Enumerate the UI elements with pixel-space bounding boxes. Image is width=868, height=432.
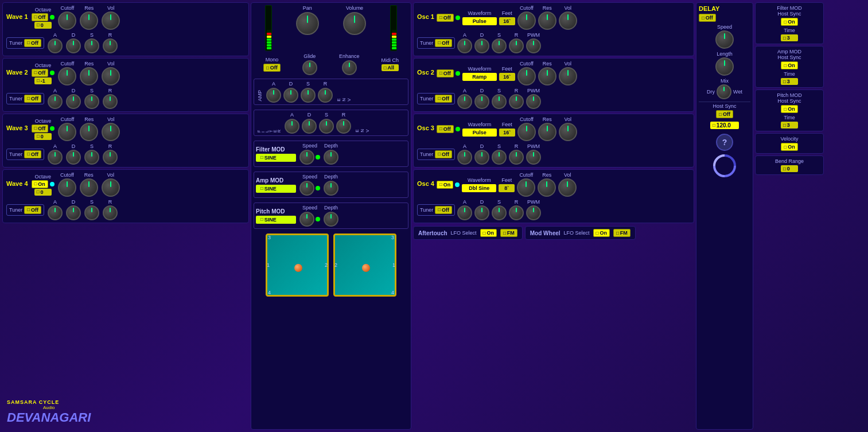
- osc4-r-knob[interactable]: [509, 205, 524, 220]
- osc1-on-btn[interactable]: Off: [437, 14, 454, 22]
- delay-off-btn[interactable]: Off: [699, 14, 716, 22]
- amp-s-knob[interactable]: [301, 88, 316, 103]
- amp-mod-speed-knob[interactable]: [299, 181, 314, 196]
- wave2-res-knob[interactable]: [80, 67, 98, 85]
- amp-mod-depth-knob[interactable]: [324, 181, 338, 196]
- wave1-d-knob[interactable]: [66, 38, 81, 53]
- filter-d-knob[interactable]: [302, 119, 317, 134]
- osc3-pwm-knob[interactable]: [526, 150, 541, 165]
- wave2-d-knob[interactable]: [66, 94, 81, 109]
- xy-pad-2[interactable]: [333, 233, 396, 297]
- osc4-waveform[interactable]: Dbl Sine: [462, 184, 496, 192]
- wave4-r-knob[interactable]: [103, 205, 118, 220]
- osc2-res-knob[interactable]: [538, 67, 556, 85]
- osc4-feet[interactable]: 8`: [499, 184, 515, 192]
- wave1-tuner-btn[interactable]: Off: [24, 39, 41, 47]
- osc3-feet[interactable]: 16`: [499, 129, 515, 137]
- delay-bpm[interactable]: 120.0: [710, 122, 739, 129]
- wave2-on-btn[interactable]: Off: [32, 69, 49, 77]
- wave3-d-knob[interactable]: [66, 150, 81, 165]
- amp-mod-type[interactable]: SINE: [256, 185, 296, 193]
- pitch-mod-hs-btn[interactable]: On: [781, 105, 797, 113]
- osc3-d-knob[interactable]: [474, 150, 489, 165]
- osc4-pwm-knob[interactable]: [526, 205, 541, 220]
- filter-s-knob[interactable]: [319, 119, 334, 134]
- wave2-cutoff-knob[interactable]: [58, 67, 76, 85]
- wave4-d-knob[interactable]: [66, 205, 81, 220]
- wave4-tuner-btn[interactable]: Off: [24, 206, 41, 214]
- filter-mod-hs-time[interactable]: 3: [781, 34, 798, 41]
- wave3-octave-val[interactable]: 0: [34, 133, 52, 140]
- amp-d-knob[interactable]: [283, 88, 298, 103]
- help-button[interactable]: ?: [716, 134, 733, 151]
- osc2-on-btn[interactable]: Off: [437, 69, 454, 77]
- wave4-vol-knob[interactable]: [102, 178, 120, 197]
- osc1-s-knob[interactable]: [492, 38, 507, 53]
- osc2-r-knob[interactable]: [509, 94, 524, 109]
- osc4-vol-knob[interactable]: [558, 178, 577, 197]
- wave2-s-knob[interactable]: [84, 94, 99, 109]
- filter-r-knob[interactable]: [336, 119, 351, 134]
- wave4-octave-val[interactable]: 0: [34, 189, 52, 196]
- osc1-d-knob[interactable]: [474, 38, 489, 53]
- wave2-r-knob[interactable]: [103, 94, 118, 109]
- wave3-r-knob[interactable]: [103, 150, 118, 165]
- pitch-mod-type[interactable]: SINE: [256, 216, 296, 224]
- delay-speed-knob[interactable]: [715, 30, 734, 49]
- amp-mod-hs-time[interactable]: 3: [781, 78, 798, 85]
- xy-pad-1[interactable]: [266, 233, 329, 297]
- wave3-vol-knob[interactable]: [102, 123, 120, 141]
- wave4-res-knob[interactable]: [80, 178, 98, 197]
- filter-mod-type[interactable]: SINE: [256, 154, 296, 162]
- delay-length-knob[interactable]: [715, 57, 734, 76]
- osc1-r-knob[interactable]: [509, 38, 524, 53]
- velocity-btn[interactable]: On: [781, 143, 797, 151]
- wave1-on-btn[interactable]: Off: [32, 13, 49, 21]
- osc2-vol-knob[interactable]: [559, 67, 577, 85]
- bend-range-val[interactable]: 0: [781, 165, 798, 172]
- osc2-pwm-knob[interactable]: [526, 94, 541, 109]
- wave2-a-knob[interactable]: [48, 94, 63, 109]
- osc4-a-knob[interactable]: [457, 205, 472, 220]
- osc3-r-knob[interactable]: [509, 150, 524, 165]
- wave4-s-knob[interactable]: [84, 205, 99, 220]
- midi-ch-val[interactable]: All: [382, 64, 399, 71]
- delay-mix-knob[interactable]: [717, 84, 731, 99]
- pan-knob[interactable]: [296, 12, 319, 35]
- filter-mod-speed-knob[interactable]: [299, 150, 314, 165]
- delay-host-sync-btn[interactable]: Off: [716, 110, 733, 118]
- enhance-knob[interactable]: [342, 60, 357, 75]
- wave1-cutoff-knob[interactable]: [58, 11, 76, 30]
- modwheel-on-btn[interactable]: On: [593, 229, 610, 237]
- osc2-cutoff-knob[interactable]: [517, 67, 536, 85]
- amp-r-knob[interactable]: [318, 88, 333, 103]
- volume-knob[interactable]: [343, 12, 366, 35]
- osc2-feet[interactable]: 16`: [499, 73, 515, 81]
- wave4-cutoff-knob[interactable]: [58, 178, 76, 197]
- wave1-s-knob[interactable]: [84, 38, 99, 53]
- wave2-octave-val[interactable]: -1: [34, 77, 52, 84]
- amp-a-knob[interactable]: [266, 88, 281, 103]
- filter-mod-hs-btn[interactable]: On: [781, 18, 797, 26]
- amp-mod-hs-btn[interactable]: On: [781, 61, 797, 69]
- osc4-d-knob[interactable]: [474, 205, 489, 220]
- osc3-vol-knob[interactable]: [559, 123, 577, 141]
- glide-knob[interactable]: [302, 60, 317, 75]
- osc4-s-knob[interactable]: [492, 205, 507, 220]
- osc3-waveform[interactable]: Pulse: [462, 129, 497, 137]
- osc2-tuner-btn[interactable]: Off: [435, 95, 452, 103]
- aftertouch-on-btn[interactable]: On: [480, 229, 497, 237]
- wave4-on-btn[interactable]: On: [32, 180, 48, 188]
- wave2-tuner-btn[interactable]: Off: [24, 95, 41, 103]
- wave2-vol-knob[interactable]: [102, 67, 120, 85]
- wave3-on-btn[interactable]: Off: [32, 124, 49, 133]
- osc4-res-knob[interactable]: [538, 178, 556, 197]
- osc1-vol-knob[interactable]: [559, 11, 577, 30]
- pitch-mod-speed-knob[interactable]: [299, 212, 314, 227]
- osc1-pwm-knob[interactable]: [526, 38, 541, 53]
- modwheel-fm-btn[interactable]: FM: [613, 229, 630, 237]
- pitch-mod-depth-knob[interactable]: [324, 212, 338, 227]
- wave3-s-knob[interactable]: [84, 150, 99, 165]
- mono-btn[interactable]: Off: [263, 64, 281, 72]
- osc1-tuner-btn[interactable]: Off: [435, 39, 452, 47]
